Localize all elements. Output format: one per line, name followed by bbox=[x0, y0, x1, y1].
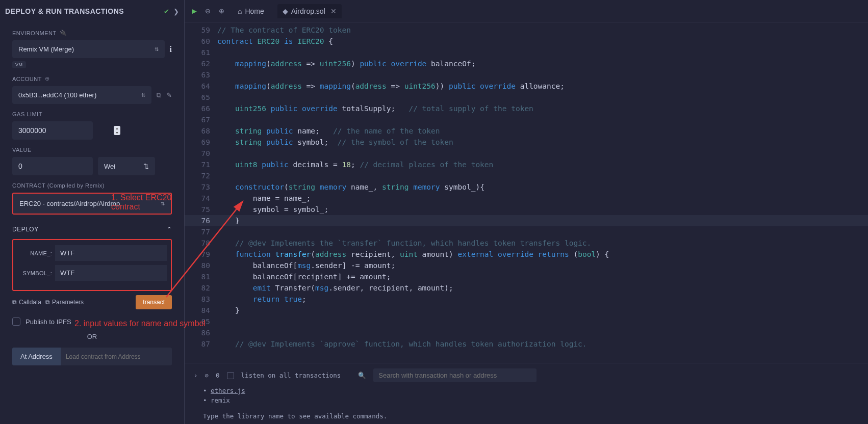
pending-count: 0 bbox=[216, 372, 220, 379]
edit-icon[interactable]: ✎ bbox=[166, 91, 172, 99]
main-area: ▶ ⊖ ⊕ ⌂ Home ◆ Airdrop.sol ✕ 59606162636… bbox=[185, 0, 868, 424]
info-icon[interactable]: i bbox=[170, 45, 172, 54]
at-address-button[interactable]: At Address bbox=[12, 348, 61, 365]
environment-select[interactable]: Remix VM (Merge) ⇅ bbox=[12, 40, 165, 58]
zoom-in-icon[interactable]: ⊕ bbox=[219, 7, 224, 15]
account-select[interactable]: 0x5B3...eddC4 (100 ether) ⇅ bbox=[12, 86, 151, 104]
panel-header: DEPLOY & RUN TRANSACTIONS ✔ ❯ bbox=[0, 0, 184, 22]
calldata-button[interactable]: ⧉Calldata bbox=[12, 299, 41, 306]
contract-label: CONTRACT (Compiled by Remix) bbox=[12, 182, 172, 189]
publish-ipfs-checkbox[interactable] bbox=[12, 317, 20, 326]
gas-limit-input[interactable] bbox=[12, 121, 114, 140]
updown-icon: ⇅ bbox=[155, 46, 159, 52]
value-label: VALUE bbox=[12, 147, 172, 153]
search-icon[interactable]: 🔍 bbox=[358, 372, 366, 379]
param-label: SYMBOL_: bbox=[17, 270, 52, 276]
account-label: ACCOUNT ⊕ bbox=[12, 75, 172, 82]
code-area[interactable]: // The contract of ERC20 tokencontract E… bbox=[217, 22, 868, 363]
terminal-search-input[interactable] bbox=[373, 368, 537, 382]
listen-label: listen on all transactions bbox=[241, 372, 341, 379]
plug-icon: 🔌 bbox=[60, 30, 67, 36]
zoom-out-icon[interactable]: ⊖ bbox=[205, 7, 211, 15]
at-address-input[interactable] bbox=[61, 348, 172, 365]
contract-select[interactable]: ERC20 - contracts/Airdrop/Airdrop. ⇅ bbox=[12, 193, 172, 215]
environment-label: ENVIRONMENT 🔌 bbox=[12, 30, 172, 36]
caret-right-icon[interactable]: › bbox=[194, 372, 198, 379]
value-field[interactable]: ▲▼ bbox=[12, 157, 93, 175]
gas-limit-label: GAS LIMIT bbox=[12, 111, 172, 117]
symbol-input[interactable] bbox=[55, 265, 167, 281]
updown-icon: ⇅ bbox=[161, 201, 165, 206]
home-icon: ⌂ bbox=[238, 7, 242, 15]
value-unit-select[interactable]: Wei ⇅ bbox=[98, 157, 155, 175]
code-editor[interactable]: 5960616263646566676869707172737475767778… bbox=[185, 22, 868, 363]
terminal-output: • ethers.js • remix Type the library nam… bbox=[203, 386, 859, 421]
terminal-panel: › ⊘ 0 listen on all transactions 🔍 • eth… bbox=[185, 363, 868, 424]
play-icon[interactable]: ▶ bbox=[192, 7, 197, 15]
panel-title: DEPLOY & RUN TRANSACTIONS bbox=[5, 7, 162, 15]
param-row-symbol: SYMBOL_: bbox=[17, 265, 167, 281]
updown-icon: ⇅ bbox=[141, 92, 145, 98]
ban-icon[interactable]: ⊘ bbox=[205, 372, 209, 379]
copy-icon: ⧉ bbox=[45, 299, 50, 306]
vm-badge: VM bbox=[12, 61, 26, 68]
copy-icon[interactable]: ⧉ bbox=[157, 91, 161, 99]
plus-circle-icon[interactable]: ⊕ bbox=[45, 75, 50, 82]
copy-icon: ⧉ bbox=[12, 299, 17, 306]
updown-icon: ⇅ bbox=[143, 163, 149, 170]
chevron-up-icon: ⌃ bbox=[167, 226, 172, 233]
solidity-icon: ◆ bbox=[283, 7, 288, 15]
tab-file-airdrop[interactable]: ◆ Airdrop.sol ✕ bbox=[277, 4, 342, 18]
parameters-button[interactable]: ⧉Parameters bbox=[45, 299, 84, 306]
check-icon: ✔ bbox=[164, 8, 169, 15]
publish-ipfs-row[interactable]: Publish to IPFS bbox=[12, 317, 172, 326]
name-input[interactable] bbox=[55, 245, 167, 261]
deploy-params: NAME_: SYMBOL_: bbox=[12, 239, 172, 291]
editor-topbar: ▶ ⊖ ⊕ ⌂ Home ◆ Airdrop.sol ✕ bbox=[185, 0, 868, 22]
transact-button[interactable]: transact bbox=[136, 295, 172, 309]
line-gutter: 5960616263646566676869707172737475767778… bbox=[185, 22, 217, 363]
gas-limit-stepper[interactable]: ▲▼ bbox=[114, 126, 120, 135]
param-row-name: NAME_: bbox=[17, 245, 167, 261]
param-label: NAME_: bbox=[17, 250, 52, 256]
or-separator: OR bbox=[12, 333, 172, 340]
gas-limit-field[interactable]: ▲▼ bbox=[12, 121, 93, 140]
close-icon[interactable]: ✕ bbox=[330, 7, 337, 15]
deploy-header[interactable]: DEPLOY ⌃ bbox=[12, 226, 172, 233]
chevron-right-icon[interactable]: ❯ bbox=[173, 8, 179, 15]
deploy-run-panel: DEPLOY & RUN TRANSACTIONS ✔ ❯ ENVIRONMEN… bbox=[0, 0, 185, 424]
listen-checkbox[interactable] bbox=[227, 372, 234, 379]
tab-home[interactable]: ⌂ Home bbox=[233, 4, 269, 18]
